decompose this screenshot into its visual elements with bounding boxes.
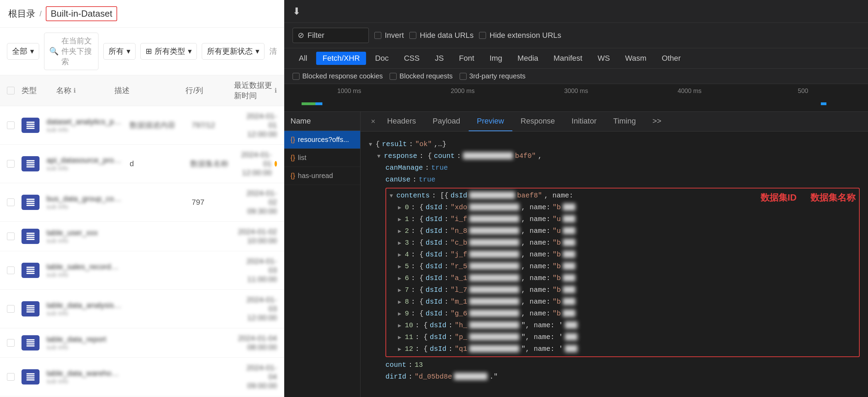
- row-checkbox[interactable]: [7, 198, 15, 206]
- expand-icon[interactable]: [398, 215, 401, 225]
- dataset-icon: [21, 301, 40, 316]
- expand-icon[interactable]: [398, 321, 401, 331]
- timeline-tick-5: 500: [746, 87, 860, 95]
- expand-icon[interactable]: [398, 262, 401, 272]
- expand-icon[interactable]: [398, 251, 401, 260]
- row-title: table_user_xxx: [46, 228, 101, 237]
- type-btn-ws[interactable]: WS: [591, 52, 616, 65]
- expand-icon[interactable]: [398, 227, 401, 236]
- update-badge: [275, 161, 277, 167]
- dataset-icon: [21, 118, 40, 133]
- timeline-bar-blue: [315, 102, 322, 105]
- expand-icon[interactable]: [390, 192, 393, 201]
- type-btn-js[interactable]: JS: [428, 52, 450, 65]
- all-filter-select[interactable]: 全部 ▾: [7, 43, 39, 60]
- filter-icon: ⊘: [298, 31, 304, 40]
- invert-label: Invert: [385, 31, 404, 40]
- third-party-checkbox[interactable]: [460, 73, 467, 80]
- expand-icon[interactable]: [398, 345, 401, 354]
- table-header: 类型 名称 ℹ 描述 行/列 最近数据更新时间 ℹ: [0, 75, 284, 106]
- tab-preview[interactable]: Preview: [469, 112, 512, 131]
- type-btn-fetch-xhr[interactable]: Fetch/XHR: [316, 52, 366, 65]
- row-updated: 2024-01-01 12:00:00: [239, 150, 277, 177]
- blocked-response-cookies-checkbox[interactable]: [293, 73, 300, 80]
- svg-rect-30: [26, 377, 34, 379]
- row-checkbox[interactable]: [7, 373, 15, 381]
- expand-icon[interactable]: [398, 203, 401, 213]
- search-placeholder: 在当前文件夹下搜索: [61, 36, 93, 67]
- type-filter-select[interactable]: ⊞ 所有类型 ▾: [140, 43, 197, 60]
- network-item-has-unread[interactable]: {} has-unread: [284, 167, 360, 185]
- status-filter-label: 所有更新状态: [207, 46, 253, 57]
- tab-response[interactable]: Response: [512, 112, 563, 131]
- row-title: table_data_report: [46, 335, 106, 344]
- tab-headers[interactable]: Headers: [379, 112, 424, 131]
- type-btn-doc[interactable]: Doc: [369, 52, 395, 65]
- network-item-list[interactable]: {} list: [284, 149, 360, 167]
- type-btn-font[interactable]: Font: [453, 52, 480, 65]
- table-row[interactable]: table_data_analysis_xxx sub info 2024-01…: [0, 290, 284, 328]
- expand-icon[interactable]: [398, 333, 401, 343]
- status-filter-select[interactable]: 所有更新状态 ▾: [202, 43, 264, 60]
- tab-initiator[interactable]: Initiator: [563, 112, 605, 131]
- type-btn-img[interactable]: Img: [483, 52, 509, 65]
- download-icon[interactable]: ⬇: [293, 6, 301, 17]
- hide-extension-urls-checkbox[interactable]: [479, 32, 486, 39]
- table-row[interactable]: api_datasource_provider_xxx sub info d 数…: [0, 145, 284, 183]
- expand-icon[interactable]: [369, 140, 372, 150]
- network-item-label: list: [298, 154, 306, 162]
- search-input[interactable]: 🔍 在当前文件夹下搜索: [44, 33, 98, 70]
- close-button[interactable]: ×: [367, 112, 379, 131]
- toolbar: 全部 ▾ 🔍 在当前文件夹下搜索 所有 ▾ ⊞ 所有类型 ▾ 所有更新状态 ▾ …: [0, 28, 284, 75]
- row-sub: sub info: [46, 126, 123, 134]
- table-row[interactable]: bus_data_group_config_l_re... sub info 7…: [0, 183, 284, 222]
- type-btn-all[interactable]: All: [293, 52, 313, 65]
- type-btn-css[interactable]: CSS: [398, 52, 426, 65]
- row-info: bus_data_group_config_l_re... sub info: [46, 194, 123, 211]
- expand-icon[interactable]: [398, 274, 401, 284]
- tab-payload[interactable]: Payload: [424, 112, 469, 131]
- svg-rect-25: [26, 341, 34, 343]
- network-item-resources[interactable]: {} resources?offs...: [284, 131, 360, 149]
- clear-button[interactable]: 清: [269, 46, 277, 57]
- row-checkbox[interactable]: [7, 233, 15, 240]
- type-btn-wasm[interactable]: Wasm: [619, 52, 653, 65]
- col-desc-header: 描述: [114, 85, 179, 96]
- tab-timing[interactable]: Timing: [605, 112, 644, 131]
- svg-rect-8: [26, 199, 34, 200]
- svg-rect-0: [26, 122, 34, 123]
- blocked-requests-checkbox[interactable]: [390, 73, 397, 80]
- filter1-select[interactable]: 所有 ▾: [103, 43, 136, 60]
- expand-icon[interactable]: [398, 239, 401, 248]
- type-btn-other[interactable]: Other: [656, 52, 687, 65]
- expand-icon[interactable]: [398, 310, 401, 319]
- chevron-down-icon: ▾: [127, 47, 130, 56]
- table-row[interactable]: dataset_analytics_profile_001 sub info 数…: [0, 106, 284, 145]
- invert-checkbox[interactable]: [374, 32, 381, 39]
- row-checkbox[interactable]: [7, 305, 15, 313]
- table-row[interactable]: table_sales_record_xxx sub info 2024-01-…: [0, 251, 284, 290]
- expand-icon[interactable]: [398, 298, 401, 307]
- type-btn-media[interactable]: Media: [511, 52, 545, 65]
- table-row[interactable]: table_user_xxx sub info 2024-01-02 10:00…: [0, 222, 284, 251]
- blocked-bar: Blocked response cookies Blocked request…: [284, 69, 868, 84]
- dataset-icon: [21, 195, 40, 210]
- breadcrumb-root[interactable]: 根目录: [8, 8, 35, 20]
- table-row[interactable]: table_data_report sub info 2024-01-04 08…: [0, 328, 284, 358]
- select-all-checkbox[interactable]: [7, 87, 15, 94]
- table-row[interactable]: table_data_warehouse sub info 2024-01-04…: [0, 358, 284, 396]
- row-checkbox[interactable]: [7, 339, 15, 347]
- row-checkbox[interactable]: [7, 267, 15, 274]
- row-info: table_data_analysis_xxx sub info: [46, 301, 123, 317]
- row-checkbox[interactable]: [7, 121, 15, 129]
- type-btn-manifest[interactable]: Manifest: [547, 52, 589, 65]
- row-updated: 2024-01-02 09:30:00: [240, 189, 277, 216]
- breadcrumb-current[interactable]: Built-in-Dataset: [46, 6, 117, 21]
- hide-data-urls-checkbox[interactable]: [409, 32, 416, 39]
- expand-icon[interactable]: [398, 286, 401, 295]
- filter-input[interactable]: ⊘ Filter: [293, 28, 369, 43]
- row-checkbox[interactable]: [7, 160, 15, 168]
- left-panel: 根目录 / Built-in-Dataset 全部 ▾ 🔍 在当前文件夹下搜索 …: [0, 0, 284, 397]
- expand-icon[interactable]: [377, 152, 381, 161]
- tab-more[interactable]: >>: [644, 112, 670, 131]
